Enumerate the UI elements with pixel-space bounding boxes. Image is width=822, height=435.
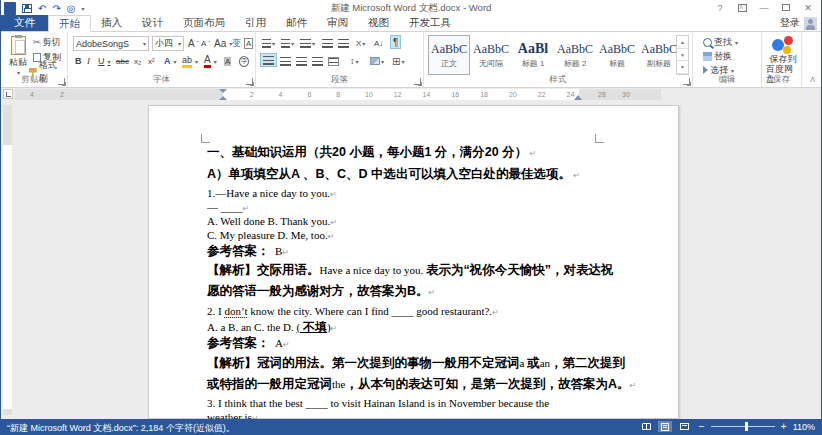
find-button[interactable]: 查找 bbox=[701, 35, 740, 49]
character-shading-button[interactable]: A bbox=[222, 54, 233, 68]
show-hide-marks-button[interactable]: ¶ bbox=[390, 35, 401, 49]
tab-developer[interactable]: 开发工具 bbox=[399, 15, 461, 31]
align-left-icon bbox=[263, 56, 274, 65]
save-group-label: 保存 bbox=[762, 74, 801, 86]
tab-review[interactable]: 审阅 bbox=[317, 15, 358, 31]
ruler-number: 4 bbox=[30, 91, 34, 98]
tab-home[interactable]: 开始 bbox=[48, 15, 91, 32]
decrease-indent-button[interactable] bbox=[320, 36, 335, 50]
shading-button[interactable] bbox=[368, 54, 386, 68]
indent-marker-left[interactable] bbox=[219, 89, 227, 100]
text-run: 或 bbox=[527, 356, 540, 370]
align-left-button[interactable] bbox=[260, 53, 277, 67]
italic-button[interactable]: I bbox=[85, 54, 92, 68]
web-layout-button[interactable] bbox=[677, 421, 691, 432]
text-run: A）单项填空从A 、B、C、D 中选出可以填入空白处的最佳选项。 bbox=[207, 167, 571, 181]
underline-button[interactable]: U bbox=[96, 54, 113, 68]
restore-button[interactable] bbox=[775, 0, 797, 15]
styles-dialog-launcher[interactable] bbox=[683, 78, 690, 85]
styles-scroll-down-icon[interactable]: ▼ bbox=[677, 49, 688, 62]
ruler-number: 16 bbox=[451, 91, 459, 98]
doc-line: 参考答案： A↵ bbox=[207, 336, 617, 352]
font-dialog-launcher[interactable] bbox=[246, 78, 253, 85]
help-button[interactable]: ? bbox=[709, 0, 731, 15]
document-page[interactable]: 一、基础知识运用（共20 小题，每小题1 分，满分20 分） ↵A）单项填空从A… bbox=[148, 105, 679, 419]
font-size-select[interactable]: 小四 bbox=[152, 36, 184, 51]
text-run: A. Well done B. Thank you. bbox=[207, 215, 330, 227]
status-bar: “新建 Microsoft Word 文档.docx”: 2,184 个字符(近… bbox=[1, 419, 821, 435]
status-word-count[interactable]: “新建 Microsoft Word 文档.docx”: 2,184 个字符(近… bbox=[7, 422, 235, 435]
strikethrough-button[interactable]: abc bbox=[114, 54, 131, 68]
style-normal[interactable]: AaBbC 正文 bbox=[428, 35, 470, 75]
zoom-level[interactable]: 110% bbox=[793, 422, 815, 432]
clipboard-dialog-launcher[interactable] bbox=[58, 78, 65, 85]
decrease-indent-icon bbox=[322, 39, 333, 48]
zoom-out-button[interactable]: − bbox=[698, 421, 706, 432]
sign-in-button[interactable]: 登录 bbox=[780, 16, 817, 30]
highlight-icon: ab bbox=[182, 55, 192, 68]
tab-view[interactable]: 视图 bbox=[358, 15, 399, 31]
style-title[interactable]: AaBbC 标题 bbox=[596, 35, 638, 75]
text-highlight-button[interactable]: ab bbox=[180, 54, 200, 68]
align-center-button[interactable] bbox=[278, 54, 293, 68]
text-run: 3. I think that the best ____ to visit H… bbox=[207, 397, 549, 409]
doc-line: C. My pleasure D. Me, too.↵ bbox=[207, 229, 617, 243]
character-border-button[interactable]: A bbox=[242, 36, 255, 50]
style-heading2[interactable]: AaBbC 标题 2 bbox=[554, 35, 596, 75]
multilevel-list-button[interactable] bbox=[298, 36, 317, 50]
page-text[interactable]: 一、基础知识运用（共20 小题，每小题1 分，满分20 分） ↵A）单项填空从A… bbox=[207, 142, 617, 435]
bold-button[interactable]: B bbox=[73, 54, 84, 68]
style-no-spacing[interactable]: AaBbC 无间隔 bbox=[470, 35, 512, 75]
tab-mailings[interactable]: 邮件 bbox=[276, 15, 317, 31]
ribbon-tab-row: 文件 开始 插入 设计 页面布局 引用 邮件 审阅 视图 开发工具 登录 bbox=[1, 15, 821, 32]
tab-references[interactable]: 引用 bbox=[235, 15, 276, 31]
styles-more-icon[interactable]: ▼ bbox=[677, 61, 688, 74]
increase-indent-button[interactable] bbox=[336, 36, 351, 50]
read-mode-button[interactable] bbox=[639, 421, 653, 432]
group-font: AdobeSongS 小四 Aˆ Aˇ Aa 变 A B I U abc x₂ … bbox=[68, 32, 256, 87]
numbering-button[interactable] bbox=[279, 36, 296, 50]
styles-scroll-up-icon[interactable]: ▲ bbox=[677, 36, 688, 49]
replace-button[interactable]: 替换 bbox=[701, 49, 734, 63]
tab-design[interactable]: 设计 bbox=[132, 15, 173, 31]
text-run: the bbox=[332, 378, 345, 390]
style-subtitle[interactable]: AaBbC 副标题 bbox=[638, 35, 680, 75]
font-color-button[interactable]: A bbox=[202, 54, 219, 68]
text-run: ↵ bbox=[492, 308, 499, 317]
tab-insert[interactable]: 插入 bbox=[91, 15, 132, 31]
tab-file[interactable]: 文件 bbox=[1, 15, 48, 31]
cut-button[interactable]: ✂ 剪切 bbox=[31, 35, 63, 49]
tab-selector-button[interactable] bbox=[3, 89, 13, 99]
bullets-button[interactable] bbox=[260, 36, 277, 50]
borders-button[interactable]: ⊞ bbox=[390, 54, 406, 68]
close-button[interactable]: × bbox=[797, 0, 819, 15]
shrink-font-button[interactable]: Aˇ bbox=[199, 36, 212, 50]
text-effects-button[interactable]: A bbox=[162, 54, 179, 68]
text-run: 【解析】冠词的用法。第一次提到的事物一般用不定冠词 bbox=[207, 356, 520, 370]
align-right-button[interactable] bbox=[294, 54, 309, 68]
superscript-button[interactable]: x² bbox=[146, 54, 157, 68]
line-spacing-button[interactable]: ↕ bbox=[348, 54, 361, 68]
text-run: ↵ bbox=[629, 381, 636, 390]
asian-layout-button[interactable]: X bbox=[354, 36, 367, 50]
zoom-in-button[interactable]: + bbox=[780, 421, 788, 432]
indent-marker-right[interactable] bbox=[574, 95, 582, 100]
paragraph-dialog-launcher[interactable] bbox=[414, 78, 421, 85]
zoom-slider-thumb[interactable] bbox=[745, 422, 748, 431]
enclose-characters-button[interactable]: 字 bbox=[237, 54, 251, 68]
ribbon-display-options-button[interactable] bbox=[731, 0, 753, 15]
minimize-button[interactable]: — bbox=[753, 0, 775, 15]
sort-button[interactable]: A↓ bbox=[372, 36, 385, 50]
font-name-select[interactable]: AdobeSongS bbox=[73, 36, 149, 51]
style-heading1[interactable]: AaBl 标题 1 bbox=[512, 35, 554, 75]
collapse-ribbon-button[interactable]: ᐱ bbox=[810, 76, 815, 84]
tab-page-layout[interactable]: 页面布局 bbox=[173, 15, 235, 31]
text-run: 一、基础知识运用（共20 小题，每小题1 分，满分20 分） bbox=[207, 145, 527, 159]
justify-button[interactable] bbox=[310, 54, 325, 68]
zoom-slider[interactable] bbox=[711, 421, 775, 432]
text-run: ↵ bbox=[571, 171, 580, 180]
distribute-button[interactable] bbox=[326, 54, 341, 68]
print-layout-button[interactable] bbox=[658, 421, 672, 432]
styles-gallery-scroll[interactable]: ▲ ▼ ▼ bbox=[676, 35, 689, 75]
subscript-button[interactable]: x₂ bbox=[132, 54, 143, 68]
